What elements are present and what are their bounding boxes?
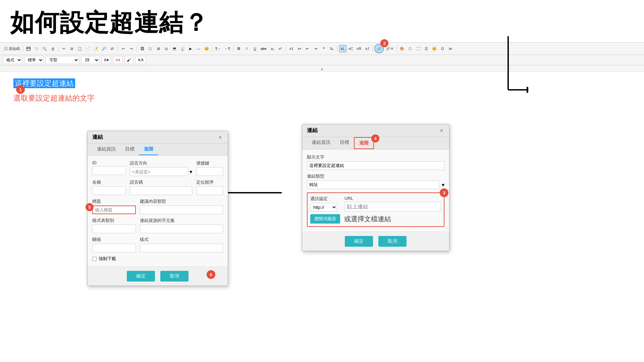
flash-btn[interactable]: ⬡ (147, 45, 154, 52)
iframe-btn[interactable]: ⬒ (171, 45, 178, 52)
hline-btn[interactable]: — (195, 45, 202, 52)
underline-btn[interactable]: U (251, 45, 259, 52)
sub-btn[interactable]: x₂ (269, 45, 276, 52)
tab-link-info-left[interactable]: 連結資訊 (92, 144, 120, 155)
italic-btn[interactable]: I (243, 45, 251, 52)
rel-input[interactable] (92, 244, 136, 252)
sup-btn[interactable]: x² (277, 45, 284, 52)
replace-btn[interactable]: ⇄ (108, 45, 116, 52)
save-btn[interactable]: 💾 (25, 45, 32, 52)
media-btn[interactable]: ▶ (187, 45, 194, 52)
strike-btn[interactable]: abc (259, 45, 268, 52)
bgcolor-btn[interactable]: 🎨 (398, 45, 406, 52)
paste-word-btn[interactable]: 📝 (92, 45, 100, 52)
clear-format-btn[interactable]: ✕A (135, 56, 146, 64)
paste-plain-btn[interactable]: 📄 (84, 45, 92, 52)
tab-advanced-right[interactable]: 進階 4 (354, 137, 374, 149)
ul-btn[interactable]: ≡• (296, 45, 303, 52)
anchor-btn[interactable]: ⚓ (179, 45, 186, 52)
language-btn[interactable]: ‰ (328, 45, 335, 52)
tab-index-label: 定位順序 (196, 179, 223, 185)
dialog-left-cancel-btn[interactable]: 取消 (160, 271, 189, 282)
img-btn[interactable]: 🖼 (139, 45, 146, 52)
link-resource-input[interactable] (140, 225, 223, 233)
style-btn[interactable]: ⬡ (407, 45, 414, 52)
format-size-select[interactable]: 28 (81, 56, 100, 64)
lang-dir-input[interactable] (130, 167, 188, 176)
format-standard-select[interactable]: 標準 (24, 56, 44, 64)
align-right-btn[interactable]: ≡R (355, 45, 363, 52)
link-type-dropdown-icon[interactable]: ▾ (442, 182, 444, 188)
new-btn[interactable]: □ (33, 45, 40, 52)
rtl-btn[interactable]: ←¶ (223, 45, 231, 52)
protocol-select[interactable]: http:// (310, 203, 337, 212)
more-btn[interactable]: ≫ (447, 45, 454, 52)
lang-dir-dropdown-icon[interactable]: ▾ (190, 169, 192, 175)
dialog-left-confirm-btn[interactable]: 確定 (127, 271, 155, 282)
copy-format-btn[interactable]: 🖌 (124, 56, 133, 64)
display-text-input[interactable] (307, 161, 444, 170)
step1-badge: 1 (16, 85, 25, 94)
dialog-left-header: 連結 × (88, 131, 228, 144)
lang-code-input[interactable] (130, 186, 192, 195)
format-style-select[interactable]: 格式 (3, 56, 22, 64)
ltr-btn[interactable]: ¶→ (214, 45, 222, 52)
advisory-content-label: 建議內容類型 (140, 198, 223, 204)
arrow-down-right (488, 36, 528, 118)
indent-btn[interactable]: ⇥ (312, 45, 319, 52)
dialog-right-confirm-btn[interactable]: 確定 (345, 236, 373, 247)
name-input[interactable] (92, 186, 126, 195)
link-type-input[interactable] (307, 180, 439, 189)
align-justify-btn[interactable]: ≡J (363, 45, 371, 52)
maximize-btn[interactable]: ⛶ (415, 45, 422, 52)
access-key-label: 便捷鍵 (196, 160, 223, 166)
id-input[interactable] (92, 166, 126, 175)
source-btn[interactable]: ▤ 原始碼 (3, 45, 21, 52)
tab-link-info-right[interactable]: 連結資訊 (307, 137, 335, 149)
bold-btn[interactable]: B (235, 45, 243, 52)
find-btn[interactable]: 🔎 (100, 45, 108, 52)
link-type-label: 連結類型 (307, 173, 444, 179)
outdent-btn[interactable]: ⇤ (304, 45, 311, 52)
title-input[interactable] (92, 205, 136, 214)
paste-btn[interactable]: 📋 (76, 45, 84, 52)
special-char-btn[interactable]: Ω (439, 45, 446, 52)
cut-btn[interactable]: ✂ (60, 45, 67, 52)
style-input[interactable] (140, 244, 223, 252)
browse-server-btn[interactable]: 瀏覽伺服器 (310, 214, 340, 224)
tab-target-right[interactable]: 目標 (335, 137, 354, 149)
align-center-btn[interactable]: ≡C (347, 45, 355, 52)
force-download-checkbox[interactable] (92, 257, 97, 261)
text-bg-color-btn[interactable]: A▾ (113, 56, 122, 64)
dialog-left-close-btn[interactable]: × (217, 134, 223, 140)
table-btn[interactable]: ⊞ (155, 45, 162, 52)
tab-advanced-left[interactable]: 進階 (139, 144, 158, 155)
step1-instruction: 選取要設定超連結的文字 (13, 93, 631, 103)
dialog-right-cancel-btn[interactable]: 取消 (378, 236, 407, 247)
text-color-btn[interactable]: A▾ (102, 56, 111, 64)
blockquote-btn[interactable]: ❝ (320, 45, 327, 52)
dialog-right-close-btn[interactable]: × (439, 128, 444, 134)
print-btn[interactable]: 🖨 (49, 45, 56, 52)
undo-btn[interactable]: ↩ (119, 45, 127, 52)
url-input[interactable] (344, 202, 441, 212)
access-key-input[interactable] (196, 167, 223, 176)
style-type-input[interactable] (92, 225, 136, 233)
advisory-content-input[interactable] (140, 205, 223, 214)
emoji-btn[interactable]: 😊 (431, 45, 438, 52)
align-left-btn[interactable]: ≡L (339, 45, 346, 52)
tab-index-input[interactable] (196, 186, 223, 195)
showblocks-btn[interactable]: ☰ (423, 45, 430, 52)
redo-btn[interactable]: ↪ (127, 45, 135, 52)
copy-btn[interactable]: ⧉ (68, 45, 75, 52)
smileys-btn[interactable]: 😊 (203, 45, 210, 52)
rel-label: 關係 (92, 237, 136, 243)
force-download-label: 強制下載 (99, 256, 116, 262)
special-btn[interactable]: ◎ (163, 45, 170, 52)
or-select-text: 或選擇文檔連結 (344, 215, 391, 224)
tab-target-left[interactable]: 目標 (120, 144, 139, 155)
preview-btn[interactable]: 🔍 (41, 45, 48, 52)
svg-marker-2 (527, 86, 528, 93)
format-font-select[interactable]: 字型 (46, 56, 79, 64)
ol-btn[interactable]: ≡1 (288, 45, 295, 52)
